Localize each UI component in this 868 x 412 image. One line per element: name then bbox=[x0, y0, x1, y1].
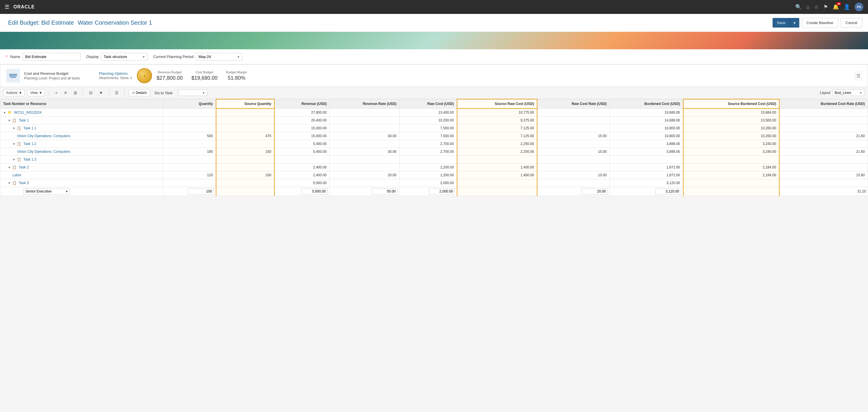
resource-name-cell: Vision City Operations: Computers bbox=[0, 132, 163, 140]
table-row: Vision City Operations: Computers 500475… bbox=[0, 132, 868, 140]
user-icon[interactable]: 👤 bbox=[844, 4, 850, 10]
flag-icon[interactable]: ⚑ bbox=[823, 4, 828, 10]
add-row-button[interactable]: + bbox=[53, 89, 59, 96]
raw-cost-rate-input[interactable] bbox=[582, 188, 608, 195]
table-row: Vision City Operations: Computers 180150… bbox=[0, 148, 868, 156]
task-icon: 📋 bbox=[17, 142, 21, 146]
expand-icon[interactable]: ▼ bbox=[12, 127, 16, 130]
expand-icon[interactable]: ▼ bbox=[12, 142, 16, 146]
cancel-button[interactable]: Cancel bbox=[841, 18, 862, 28]
add-attachment-icon[interactable]: + bbox=[130, 76, 132, 80]
source-qty-cell bbox=[216, 108, 275, 117]
goto-task-button[interactable]: Go to Task bbox=[153, 90, 174, 96]
budget-text: Cost and Revenue Budget Planning Level: … bbox=[24, 71, 80, 80]
raw-cost-cell: 2,000.00 bbox=[399, 179, 457, 187]
create-baseline-button[interactable]: Create Baseline bbox=[802, 18, 838, 28]
required-indicator: * bbox=[6, 55, 7, 59]
burdened-rate-cell bbox=[779, 140, 868, 148]
burdened-cost-input-cell bbox=[610, 187, 683, 196]
task-link[interactable]: Task 1.1 bbox=[23, 126, 36, 130]
budget-info-area: Cost and Revenue Budget Planning Level: … bbox=[0, 64, 868, 87]
banner-image bbox=[0, 32, 868, 49]
expand-icon[interactable]: ▼ bbox=[8, 166, 11, 169]
raw-cost-input[interactable] bbox=[429, 188, 455, 195]
revenue-cell: 15,000.00 bbox=[274, 132, 330, 140]
display-select[interactable]: Task structure bbox=[101, 53, 147, 61]
task-name-cell: ▼ 📋 Task 1 bbox=[0, 117, 163, 124]
col-header-raw-cost-rate: Raw Cost Rate (USD) bbox=[537, 99, 610, 108]
form-area: * Name Display Task structure ▼ Current … bbox=[0, 49, 868, 64]
search-icon[interactable]: 🔍 bbox=[795, 4, 802, 10]
task-link[interactable]: Task 1.2 bbox=[23, 142, 36, 146]
cost-budget-label: Cost Budget bbox=[191, 70, 218, 74]
expand-icon[interactable]: ▼ bbox=[12, 158, 16, 161]
expand-icon[interactable]: ▼ bbox=[8, 182, 11, 185]
raw-cost-rate-cell bbox=[537, 108, 610, 117]
burdened-cost-cell: 19,680.00 bbox=[610, 108, 683, 117]
budget-table: Task Number or Resource Quantity Source … bbox=[0, 99, 868, 196]
indent-button[interactable]: ⊞ bbox=[72, 89, 79, 96]
task-link[interactable]: Task 2 bbox=[19, 165, 29, 169]
rev-rate-cell: 30.00 bbox=[330, 148, 400, 156]
source-raw-cost-cell: 2,250.00 bbox=[457, 148, 537, 156]
task-name-cell: ▼ 📋 Task 1.2 bbox=[0, 140, 163, 148]
separator-2 bbox=[83, 90, 83, 96]
qty-cell: 500 bbox=[163, 132, 216, 140]
save-dropdown-arrow[interactable]: ▼ bbox=[790, 18, 799, 28]
burdened-rate-cell: 21.60 bbox=[779, 148, 868, 156]
revenue-cell: 2,400.00 bbox=[274, 171, 330, 179]
resource-link[interactable]: Labor bbox=[12, 173, 22, 177]
notifications-icon[interactable]: 🔔 48 bbox=[833, 4, 839, 10]
expand-icon[interactable]: ▼ bbox=[8, 119, 11, 122]
task-link[interactable]: Task 1 bbox=[19, 118, 29, 122]
raw-cost-rate-cell: 15.00 bbox=[537, 148, 610, 156]
raw-cost-cell: 10,200.00 bbox=[399, 117, 457, 124]
task-link[interactable]: Task 3 bbox=[19, 181, 29, 185]
period-select[interactable]: May-24 bbox=[196, 53, 242, 61]
actions-dropdown-arrow: ▼ bbox=[19, 91, 22, 95]
burdened-rate-cell bbox=[779, 124, 868, 132]
source-burdened-cost-cell: 2,184.00 bbox=[683, 171, 779, 179]
avatar[interactable]: PS bbox=[855, 3, 863, 11]
raw-cost-cell: 1,200.00 bbox=[399, 171, 457, 179]
resource-link[interactable]: Vision City Operations: Computers bbox=[17, 134, 70, 138]
rev-rate-input-cell bbox=[330, 187, 400, 196]
task-link[interactable]: WCS1_04012024 bbox=[14, 110, 42, 115]
source-qty-cell: 150 bbox=[216, 148, 275, 156]
burdened-cost-input[interactable] bbox=[655, 188, 681, 195]
qty-input[interactable] bbox=[188, 188, 214, 195]
view-dropdown-arrow: ▼ bbox=[39, 91, 42, 95]
view-button[interactable]: View ▼ bbox=[28, 89, 45, 96]
expand-icon[interactable]: ▼ bbox=[3, 111, 6, 114]
detach-button[interactable]: ⤢ Detach bbox=[129, 89, 150, 96]
layout-label: Layout bbox=[820, 91, 830, 95]
remove-row-button[interactable]: ✕ bbox=[62, 89, 69, 96]
filter-button[interactable]: ⊟ bbox=[87, 89, 94, 96]
col-header-rev-rate: Revenue Rate (USD) bbox=[330, 99, 400, 108]
home-icon[interactable]: ⌂ bbox=[806, 4, 809, 10]
burdened-rate-cell bbox=[779, 156, 868, 163]
favorites-icon[interactable]: ☆ bbox=[814, 4, 819, 10]
attachments-label: Attachments: bbox=[99, 76, 119, 80]
resource-select[interactable]: Senior Executive bbox=[24, 188, 70, 195]
detach-label: Detach bbox=[136, 91, 147, 95]
period-select-wrapper: May-24 ▼ bbox=[196, 53, 242, 61]
rev-rate-input[interactable] bbox=[372, 188, 398, 195]
planning-options-link[interactable]: Planning Options bbox=[99, 71, 128, 76]
panel-settings-icon[interactable]: ☰ bbox=[855, 72, 862, 80]
goto-task-select[interactable] bbox=[178, 90, 207, 96]
name-input[interactable] bbox=[23, 53, 81, 61]
source-burdened-cost-cell: 10,260.00 bbox=[683, 132, 779, 140]
save-button[interactable]: Save bbox=[773, 18, 790, 28]
view-icon-button[interactable]: ☰ bbox=[113, 89, 120, 96]
layout-select[interactable]: Bud_Lines bbox=[833, 90, 865, 96]
hamburger-menu-icon[interactable]: ☰ bbox=[5, 4, 9, 10]
separator-4 bbox=[124, 90, 125, 96]
resource-link[interactable]: Vision City Operations: Computers bbox=[17, 150, 70, 154]
table-row: ▼ 📋 Task 2 2,400.001,200.001,400.001,872… bbox=[0, 163, 868, 171]
revenue-input[interactable] bbox=[302, 188, 328, 195]
actions-button[interactable]: Actions ▼ bbox=[3, 89, 25, 96]
task-link[interactable]: Task 1.3 bbox=[23, 157, 36, 161]
filter-dropdown-button[interactable]: ▼ bbox=[97, 89, 105, 96]
revenue-cell: 5,400.00 bbox=[274, 148, 330, 156]
